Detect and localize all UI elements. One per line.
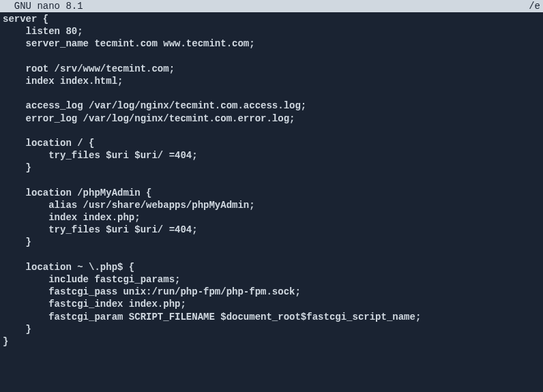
- file-path-truncated: /e: [529, 1, 540, 12]
- editor-buffer[interactable]: server { listen 80; server_name tecmint.…: [0, 12, 543, 348]
- nano-title-bar: GNU nano 8.1 /e: [0, 0, 543, 12]
- editor-name-version: GNU nano 8.1: [3, 1, 529, 12]
